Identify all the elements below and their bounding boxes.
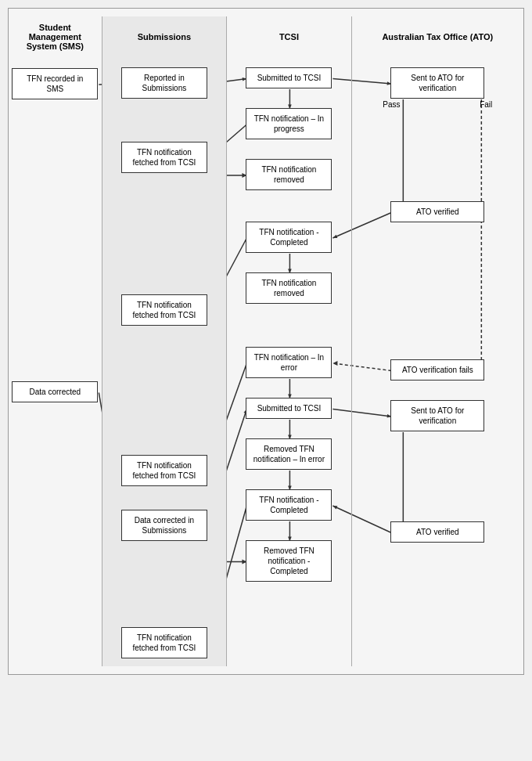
submissions-content: Reported in Submissions TFN notification… [102,60,227,666]
box-data-corrected-sms: Data corrected [12,381,98,402]
box-tfn-in-progress: TFN notification – In progress [246,108,332,139]
box-data-corrected-submissions: Data corrected in Submissions [121,510,207,541]
diagram-container: Student Management System (SMS) TFN reco… [8,8,524,675]
column-tcsi: TCSI Submitted to TCSI TFN notification … [227,16,352,666]
box-tfn-fetch-2: TFN notification fetched from TCSI [121,294,207,326]
box-submitted-to-tcsi-2: Submitted to TCSI [246,398,332,419]
box-tfn-fetch-1: TFN notification fetched from TCSI [121,142,207,173]
column-ato: Australian Tax Office (ATO) Sent to ATO … [352,16,523,666]
sms-header: Student Management System (SMS) [9,16,102,60]
sms-content: TFN recorded in SMS Data corrected [9,60,102,410]
column-sms: Student Management System (SMS) TFN reco… [9,16,102,666]
pass-label: Pass [383,100,400,109]
submissions-header: Submissions [134,16,195,60]
box-tfn-fetch-3: TFN notification fetched from TCSI [121,455,207,486]
box-tfn-completed-2: TFN notification - Completed [246,489,332,521]
tcsi-content: Submitted to TCSI TFN notification – In … [227,60,351,590]
box-sent-to-ato-2: Sent to ATO for verification [390,400,484,431]
box-sent-to-ato-1: Sent to ATO for verification [390,67,484,99]
box-reported-in-submissions: Reported in Submissions [121,67,207,99]
fail-label: Fail [480,100,492,109]
box-removed-tfn-completed: Removed TFN notification - Completed [246,540,332,582]
box-ato-verification-fails: ATO verification fails [390,359,484,380]
box-ato-verified-1: ATO verified [390,201,484,222]
column-submissions: Submissions Reported in Submissions TFN … [102,16,228,666]
box-tfn-removed-2: TFN notification removed [246,272,332,304]
box-ato-verified-2: ATO verified [390,521,484,543]
box-removed-tfn-in-error: Removed TFN notification – In error [246,438,332,470]
tcsi-header: TCSI [275,16,303,60]
box-tfn-recorded: TFN recorded in SMS [12,68,98,99]
ato-content: Sent to ATO for verification Pass Fail A… [352,60,523,550]
ato-header: Australian Tax Office (ATO) [378,16,497,60]
box-tfn-fetch-4: TFN notification fetched from TCSI [121,627,207,658]
box-tfn-removed-1: TFN notification removed [246,159,332,190]
box-tfn-completed-1: TFN notification - Completed [246,222,332,253]
box-submitted-to-tcsi-1: Submitted to TCSI [246,67,332,88]
box-tfn-in-error: TFN notification – In error [246,347,332,378]
